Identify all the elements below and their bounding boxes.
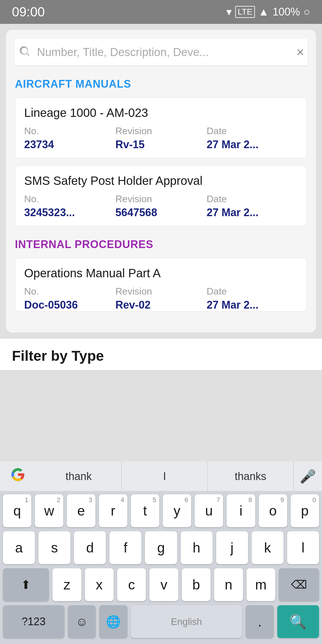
backspace-key[interactable]: ⌫ [279,568,319,601]
key-n[interactable]: n [214,568,243,601]
manual-card-lineage[interactable]: Lineage 1000 - AM-023 No. 23734 Revision… [15,97,307,158]
shift-key[interactable]: ⬆ [3,568,49,601]
google-logo [6,465,30,488]
key-m[interactable]: m [247,568,275,601]
no-value-1: 23734 [24,138,115,151]
search-bar[interactable]: Number, Title, Description, Deve... × [15,39,307,66]
date-label-2: Date [207,193,298,205]
meta-revision-sms: Revision 5647568 [115,193,207,219]
internal-procedures-section: INTERNAL PROCEDURES Operations Manual Pa… [15,238,307,312]
revision-label-3: Revision [115,286,207,297]
key-l[interactable]: l [287,531,319,564]
key-y[interactable]: 6y [163,494,191,527]
manual-meta-sms: No. 3245323... Revision 5647568 Date 27 … [24,193,298,219]
manual-title-sms: SMS Safety Post Holder Approval [24,174,298,188]
meta-date-lineage: Date 27 Mar 2... [207,126,298,151]
suggestion-i[interactable]: I [122,462,208,491]
key-g[interactable]: g [145,531,177,564]
key-a[interactable]: a [3,531,35,564]
meta-date-operations: Date 27 Mar 2... [207,286,298,311]
key-q[interactable]: 1q [3,494,31,527]
key-o[interactable]: 9o [259,494,287,527]
key-c[interactable]: c [117,568,146,601]
key-row-2: a s d f g h j k l [3,531,319,564]
mic-icon[interactable]: 🎤 [300,469,316,484]
no-value-3: Doc-05036 [24,299,115,311]
manual-meta-lineage: No. 23734 Revision Rv-15 Date 27 Mar 2..… [24,126,298,151]
revision-label-2: Revision [115,193,207,205]
no-value-2: 3245323... [24,206,115,219]
emoji-key[interactable]: ☺ [68,605,96,638]
aircraft-manuals-section: AIRCRAFT MANUALS Lineage 1000 - AM-023 N… [15,78,307,226]
search-icon [18,45,31,59]
symbols-key[interactable]: ?123 [3,605,64,638]
manual-title-operations: Operations Manual Part A [24,267,298,280]
meta-revision-lineage: Revision Rv-15 [115,126,207,151]
suggestion-thanks[interactable]: thanks [208,462,294,491]
meta-no-lineage: No. 23734 [24,126,115,151]
search-submit-key[interactable]: 🔍 [277,605,319,638]
space-key[interactable]: English [131,605,242,638]
key-e[interactable]: 3e [67,494,95,527]
manual-card-operations[interactable]: Operations Manual Part A No. Doc-05036 R… [15,258,307,312]
battery-indicator: 100% [273,6,300,18]
key-row-3: ⬆ z x c v b n m ⌫ [3,568,319,601]
date-label-1: Date [207,126,298,137]
key-z[interactable]: z [52,568,81,601]
bottom-row: ?123 ☺ 🌐 English . 🔍 [0,605,322,644]
key-i[interactable]: 8i [227,494,255,527]
keyboard: thank I thanks 🎤 1q 2w 3e 4r 5t 6y 7u 8i… [0,462,322,644]
status-bar: 09:00 ▾ LTE ▲ 100% ○ [0,0,322,24]
key-r[interactable]: 4r [99,494,127,527]
meta-revision-operations: Revision Rev-02 [115,286,207,311]
key-j[interactable]: j [216,531,248,564]
key-x[interactable]: x [85,568,114,601]
date-value-1: 27 Mar 2... [207,138,298,151]
revision-value-3: Rev-02 [115,299,207,311]
meta-date-sms: Date 27 Mar 2... [207,193,298,219]
revision-value-2: 5647568 [115,206,207,219]
suggestions-row: thank I thanks 🎤 [0,462,322,491]
signal-icon: ▲ [258,6,269,18]
manual-title-lineage: Lineage 1000 - AM-023 [24,106,298,120]
internal-procedures-header: INTERNAL PROCEDURES [15,238,307,251]
key-rows: 1q 2w 3e 4r 5t 6y 7u 8i 9o 0p a s d f g … [0,491,322,601]
period-key[interactable]: . [246,605,273,638]
meta-no-operations: No. Doc-05036 [24,286,115,311]
date-value-3: 27 Mar 2... [207,299,298,311]
no-label-3: No. [24,286,115,297]
language-key[interactable]: 🌐 [99,605,127,638]
lte-icon: LTE [235,6,255,18]
key-w[interactable]: 2w [35,494,63,527]
key-k[interactable]: k [252,531,284,564]
meta-no-sms: No. 3245323... [24,193,115,219]
wifi-icon: ▾ [226,6,232,18]
filter-by-type-label: Filter by Type [0,338,322,370]
key-b[interactable]: b [182,568,210,601]
key-row-1: 1q 2w 3e 4r 5t 6y 7u 8i 9o 0p [3,494,319,527]
no-label-1: No. [24,126,115,137]
battery-icon: ○ [304,6,310,18]
key-t[interactable]: 5t [131,494,159,527]
key-h[interactable]: h [181,531,213,564]
status-time: 09:00 [12,4,45,19]
key-s[interactable]: s [38,531,70,564]
revision-value-1: Rv-15 [115,138,207,151]
key-d[interactable]: d [74,531,106,564]
revision-label-1: Revision [115,126,207,137]
manual-meta-operations: No. Doc-05036 Revision Rev-02 Date 27 Ma… [24,286,298,311]
status-icons: ▾ LTE ▲ 100% ○ [226,6,310,18]
key-f[interactable]: f [109,531,141,564]
no-label-2: No. [24,193,115,205]
manual-card-sms[interactable]: SMS Safety Post Holder Approval No. 3245… [15,165,307,226]
search-placeholder[interactable]: Number, Title, Description, Deve... [37,46,296,59]
date-value-2: 27 Mar 2... [207,206,298,219]
aircraft-manuals-header: AIRCRAFT MANUALS [15,78,307,90]
main-card: Number, Title, Description, Deve... × AI… [6,30,316,332]
key-u[interactable]: 7u [195,494,223,527]
clear-icon[interactable]: × [296,45,304,60]
key-p[interactable]: 0p [291,494,319,527]
suggestion-thank[interactable]: thank [36,462,122,491]
date-label-3: Date [207,286,298,297]
key-v[interactable]: v [149,568,178,601]
